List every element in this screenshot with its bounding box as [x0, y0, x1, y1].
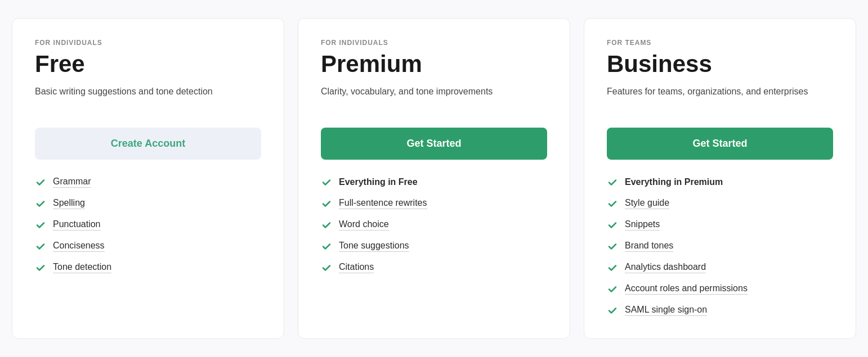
- feature-text: Full-sentence rewrites: [339, 198, 427, 209]
- check-icon: [35, 219, 46, 231]
- feature-text: Snippets: [625, 219, 660, 231]
- check-icon: [321, 177, 332, 188]
- check-icon: [35, 262, 46, 273]
- feature-item: Brand tones: [607, 241, 833, 252]
- check-icon: [321, 262, 332, 273]
- feature-item: Analytics dashboard: [607, 262, 833, 273]
- feature-text: Citations: [339, 262, 374, 273]
- feature-item: Account roles and permissions: [607, 283, 833, 295]
- feature-item: Punctuation: [35, 219, 261, 231]
- feature-text: Conciseness: [53, 241, 105, 252]
- feature-text: Word choice: [339, 219, 389, 231]
- feature-text: Tone detection: [53, 262, 111, 273]
- plan-category: FOR INDIVIDUALS: [321, 39, 547, 47]
- check-icon: [607, 241, 618, 252]
- plan-card-premium: FOR INDIVIDUALS Premium Clarity, vocabul…: [298, 18, 570, 339]
- check-icon: [321, 241, 332, 252]
- feature-item: Snippets: [607, 219, 833, 231]
- feature-text: Account roles and permissions: [625, 283, 748, 295]
- feature-item: Everything in Premium: [607, 177, 833, 188]
- check-icon: [35, 198, 46, 209]
- feature-item: Spelling: [35, 198, 261, 209]
- feature-item: Conciseness: [35, 241, 261, 252]
- plan-description: Features for teams, organizations, and e…: [607, 85, 833, 112]
- feature-text: Everything in Free: [339, 177, 418, 188]
- feature-text: Tone suggestions: [339, 241, 409, 252]
- check-icon: [321, 219, 332, 231]
- check-icon: [607, 219, 618, 231]
- feature-item: Tone suggestions: [321, 241, 547, 252]
- feature-text: SAML single sign-on: [625, 305, 707, 316]
- feature-text: Analytics dashboard: [625, 262, 706, 273]
- features-list: Everything in Free Full-sentence rewrite…: [321, 177, 547, 273]
- feature-text: Everything in Premium: [625, 177, 723, 188]
- plan-cta-button[interactable]: Get Started: [607, 128, 833, 160]
- plan-category: FOR TEAMS: [607, 39, 833, 47]
- feature-item: Style guide: [607, 198, 833, 209]
- plan-name: Free: [35, 51, 261, 77]
- plan-cta-button[interactable]: Create Account: [35, 128, 261, 160]
- feature-item: Word choice: [321, 219, 547, 231]
- feature-text: Brand tones: [625, 241, 673, 252]
- check-icon: [35, 241, 46, 252]
- feature-item: SAML single sign-on: [607, 305, 833, 316]
- feature-text: Spelling: [53, 198, 85, 209]
- check-icon: [35, 177, 46, 188]
- features-list: Everything in Premium Style guide Snippe…: [607, 177, 833, 316]
- check-icon: [607, 198, 618, 209]
- feature-item: Tone detection: [35, 262, 261, 273]
- feature-text: Punctuation: [53, 219, 101, 231]
- check-icon: [607, 283, 618, 295]
- pricing-container: FOR INDIVIDUALS Free Basic writing sugge…: [12, 18, 856, 339]
- check-icon: [607, 262, 618, 273]
- feature-item: Grammar: [35, 177, 261, 188]
- features-list: Grammar Spelling Punctuation Con: [35, 177, 261, 273]
- feature-item: Full-sentence rewrites: [321, 198, 547, 209]
- check-icon: [607, 305, 618, 316]
- check-icon: [607, 177, 618, 188]
- plan-cta-button[interactable]: Get Started: [321, 128, 547, 160]
- plan-card-business: FOR TEAMS Business Features for teams, o…: [584, 18, 856, 339]
- feature-item: Everything in Free: [321, 177, 547, 188]
- plan-category: FOR INDIVIDUALS: [35, 39, 261, 47]
- feature-item: Citations: [321, 262, 547, 273]
- feature-text: Grammar: [53, 177, 91, 188]
- plan-name: Premium: [321, 51, 547, 77]
- check-icon: [321, 198, 332, 209]
- feature-text: Style guide: [625, 198, 669, 209]
- plan-description: Basic writing suggestions and tone detec…: [35, 85, 261, 112]
- plan-card-free: FOR INDIVIDUALS Free Basic writing sugge…: [12, 18, 284, 339]
- plan-name: Business: [607, 51, 833, 77]
- plan-description: Clarity, vocabulary, and tone improvemen…: [321, 85, 547, 112]
